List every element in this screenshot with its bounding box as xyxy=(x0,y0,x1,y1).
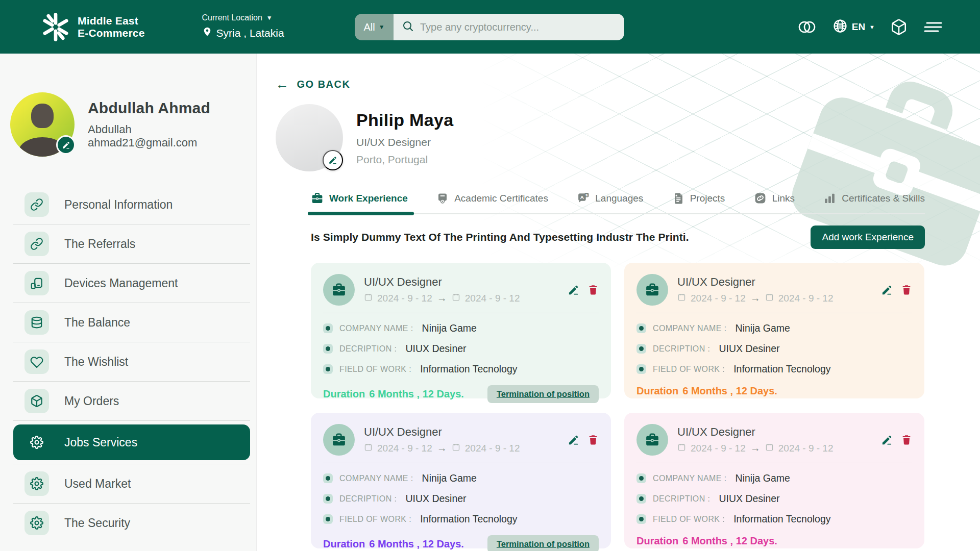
delete-trash-icon[interactable] xyxy=(587,434,599,445)
edit-candidate-avatar-button[interactable] xyxy=(323,150,343,170)
tab-work-experience[interactable]: Work Experience xyxy=(311,192,408,213)
arrow-left-icon: ← xyxy=(276,78,290,91)
sidebar: Abdullah Ahmad Abdullah ahmad21@gmail.co… xyxy=(0,54,257,551)
delete-trash-icon[interactable] xyxy=(901,434,912,445)
work-experience-card: UI/UX Designer 2024 - 9 - 12 → 2024 - 9 … xyxy=(311,413,611,548)
delete-trash-icon[interactable] xyxy=(901,284,912,295)
duration-text: Duration6 Months , 12 Days. xyxy=(636,385,777,397)
termination-of-position-button[interactable]: Termination of position xyxy=(487,385,599,403)
edit-icon[interactable] xyxy=(568,284,579,296)
sidebar-item-devices-management[interactable]: Devices Management xyxy=(13,264,250,303)
search-input[interactable] xyxy=(420,21,616,33)
language-label: EN xyxy=(852,21,865,33)
search-filter-dropdown[interactable]: All ▼ xyxy=(355,14,394,40)
current-location-value: Syria , Latakia xyxy=(216,27,284,39)
box-icon xyxy=(24,389,49,413)
termination-of-position-button[interactable]: Termination of position xyxy=(487,535,599,551)
go-back-button[interactable]: ← GO BACK xyxy=(276,78,350,91)
bullet-icon xyxy=(636,364,646,374)
devices-icon xyxy=(24,271,49,295)
calendar-icon xyxy=(765,293,774,304)
link-icon xyxy=(24,192,49,217)
brand-name: Middle East E-Commerce xyxy=(78,15,145,39)
bullet-icon xyxy=(636,323,646,333)
calendar-icon xyxy=(364,443,373,454)
tab-links[interactable]: Links xyxy=(754,192,795,213)
sidebar-item-the-referrals[interactable]: The Referrals xyxy=(13,224,250,263)
work-experience-card: UI/UX Designer 2024 - 9 - 12 → 2024 - 9 … xyxy=(311,263,611,398)
job-dates: 2024 - 9 - 12 → 2024 - 9 - 12 xyxy=(677,292,834,304)
language-selector[interactable]: EN ▼ xyxy=(832,18,875,35)
map-pin-icon xyxy=(202,26,212,40)
add-work-experience-button[interactable]: Add work Experience xyxy=(811,226,925,249)
candidate-location: Porto, Portugal xyxy=(356,154,453,166)
calendar-icon xyxy=(765,443,774,454)
candidate-name: Philip Maya xyxy=(356,110,453,130)
sidebar-item-the-balance[interactable]: The Balance xyxy=(13,303,250,342)
bullet-icon xyxy=(323,344,333,354)
arrow-right-icon: → xyxy=(750,442,761,454)
sidebar-item-jobs-services[interactable]: Jobs Services xyxy=(13,424,250,460)
tab-projects[interactable]: Projects xyxy=(672,192,725,213)
duration-text: Duration6 Months , 12 Days. xyxy=(323,388,464,400)
calendar-icon xyxy=(677,293,686,304)
work-experience-card: UI/UX Designer 2024 - 9 - 12 → 2024 - 9 … xyxy=(624,413,924,548)
calendar-icon xyxy=(364,293,373,304)
calendar-icon xyxy=(452,293,460,304)
profile-tabs: Work Experience Academic Certificates A↯… xyxy=(311,192,925,214)
sidebar-item-personal-information[interactable]: Personal Information xyxy=(13,185,250,224)
brand-logo: Middle East E-Commerce xyxy=(40,11,145,43)
job-title: UI/UX Designer xyxy=(364,276,520,289)
duration-text: Duration6 Months , 12 Days. xyxy=(323,538,464,550)
duration-text: Duration6 Months , 12 Days. xyxy=(636,535,777,547)
bullet-icon xyxy=(636,344,646,354)
work-experience-card: UI/UX Designer 2024 - 9 - 12 → 2024 - 9 … xyxy=(624,263,924,398)
briefcase-icon xyxy=(636,424,668,456)
menu-hamburger-icon[interactable] xyxy=(923,19,943,35)
edit-icon[interactable] xyxy=(881,284,893,296)
arrow-right-icon: → xyxy=(437,442,447,454)
tab-academic-certificates[interactable]: Academic Certificates xyxy=(436,192,548,213)
tab-languages[interactable]: A↯ Languages xyxy=(577,192,643,213)
svg-text:↯: ↯ xyxy=(585,193,589,197)
user-name: Abdullah Ahmad xyxy=(88,99,244,117)
chevron-down-icon: ▼ xyxy=(869,24,875,30)
briefcase-icon xyxy=(323,274,355,306)
briefcase-icon xyxy=(311,192,324,205)
sidebar-item-my-orders[interactable]: My Orders xyxy=(13,382,250,420)
header-actions: EN ▼ xyxy=(797,0,943,54)
search-bar: All ▼ xyxy=(355,14,624,40)
edit-icon[interactable] xyxy=(881,434,893,446)
sidebar-item-the-wishlist[interactable]: The Wishlist xyxy=(13,342,250,381)
theme-toggle-icon[interactable] xyxy=(797,19,817,35)
sidebar-item-used-market[interactable]: Used Market xyxy=(13,464,250,503)
work-experience-cards: UI/UX Designer 2024 - 9 - 12 → 2024 - 9 … xyxy=(311,263,925,548)
calendar-icon xyxy=(677,443,686,454)
job-dates: 2024 - 9 - 12 → 2024 - 9 - 12 xyxy=(364,292,520,304)
sidebar-item-the-security[interactable]: The Security xyxy=(13,504,250,542)
job-title: UI/UX Designer xyxy=(364,425,520,439)
edit-avatar-button[interactable] xyxy=(56,135,76,155)
job-dates: 2024 - 9 - 12 → 2024 - 9 - 12 xyxy=(364,442,520,454)
delete-trash-icon[interactable] xyxy=(587,284,599,295)
edit-icon[interactable] xyxy=(568,434,579,446)
bullet-icon xyxy=(636,514,646,524)
chevron-down-icon[interactable]: ▼ xyxy=(266,14,273,21)
calendar-icon xyxy=(452,443,460,454)
heart-icon xyxy=(24,349,49,374)
chevron-down-icon: ▼ xyxy=(379,23,385,31)
link-box-icon xyxy=(754,192,767,205)
bullet-icon xyxy=(636,494,646,504)
arrow-right-icon: → xyxy=(437,292,447,304)
orders-box-icon[interactable] xyxy=(890,18,908,36)
bullet-icon xyxy=(323,514,333,524)
bullet-icon xyxy=(323,494,333,504)
sidebar-profile: Abdullah Ahmad Abdullah ahmad21@gmail.co… xyxy=(0,54,256,157)
current-location[interactable]: Current Location ▼ Syria , Latakia xyxy=(202,13,284,40)
svg-text:A: A xyxy=(580,194,584,200)
search-icon xyxy=(402,20,414,34)
brand-star-icon xyxy=(40,11,71,43)
main-content: ← GO BACK Philip Maya UI/UX Designer Por… xyxy=(257,54,980,551)
tab-certificates-skills[interactable]: Certificates & Skills xyxy=(823,192,925,213)
user-email: Abdullah ahmad21@gmail.com xyxy=(88,123,244,149)
